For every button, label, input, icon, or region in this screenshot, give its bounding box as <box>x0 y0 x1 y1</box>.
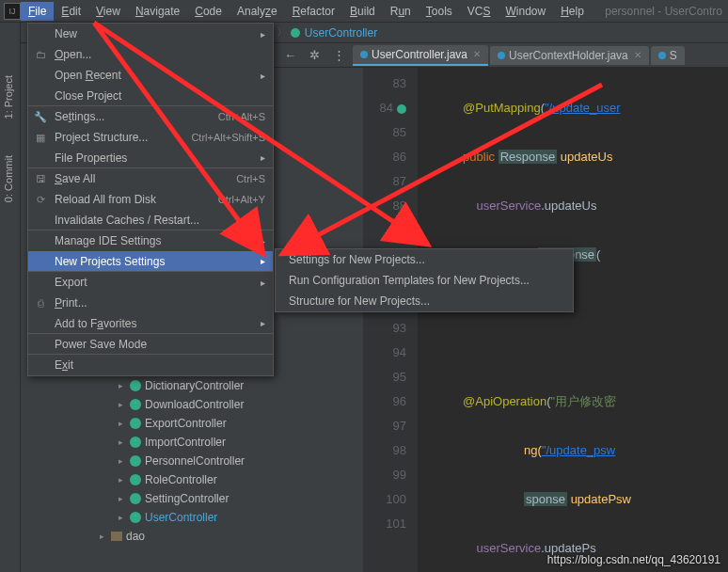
menu-help[interactable]: Help <box>553 2 592 21</box>
menu-close-project[interactable]: Close Project <box>28 86 273 106</box>
project-label: personnel - UserContro <box>605 5 722 18</box>
menu-vcs[interactable]: VCS <box>460 2 499 21</box>
wrench-icon: 🔧 <box>34 110 47 123</box>
run-gutter-icon[interactable] <box>397 104 406 114</box>
menu-file-properties[interactable]: File Properties▸ <box>28 148 273 168</box>
save-icon: 🖫 <box>34 172 47 185</box>
tab-more-icon[interactable]: ⋮ <box>327 48 351 62</box>
menu-power-save[interactable]: Power Save Mode <box>28 334 273 355</box>
tree-importcontroller[interactable]: ▸ImportController <box>34 433 278 452</box>
gutter: 83 84 85 86 87 88 89 90 91 92 93 94 95 9… <box>363 68 418 572</box>
submenu-run-config-templates[interactable]: Run Configuration Templates for New Proj… <box>276 270 573 291</box>
menu-invalidate[interactable]: Invalidate Caches / Restart... <box>28 210 273 230</box>
settings-icon[interactable]: ✲ <box>304 48 325 62</box>
menu-run[interactable]: Run <box>383 2 419 21</box>
class-icon <box>498 52 505 59</box>
class-icon <box>291 28 300 38</box>
tool-project[interactable]: 1: Project <box>3 70 14 124</box>
tree-downloadcontroller[interactable]: ▸DownloadController <box>34 395 278 414</box>
folder-icon: 🗀 <box>34 48 47 61</box>
menu-tools[interactable]: Tools <box>419 2 460 21</box>
menu-export[interactable]: Export▸ <box>28 272 273 293</box>
tree-exportcontroller[interactable]: ▸ExportController <box>34 414 278 433</box>
menu-print[interactable]: ⎙Print... <box>28 293 273 313</box>
class-icon <box>130 493 141 504</box>
menu-open[interactable]: 🗀Open... <box>28 44 273 65</box>
structure-icon: ▦ <box>34 131 47 144</box>
tool-window-stripe: 1: Project 0: Commit <box>0 23 21 572</box>
menu-save-all[interactable]: 🖫Save AllCtrl+S <box>28 168 273 189</box>
menu-settings[interactable]: 🔧Settings...Ctrl+Alt+S <box>28 106 273 127</box>
new-projects-settings-submenu: Settings for New Projects... Run Configu… <box>275 248 574 312</box>
tab-overflow[interactable]: S <box>651 46 685 65</box>
tree-settingcontroller[interactable]: ▸SettingController <box>34 489 278 508</box>
class-icon <box>130 512 141 523</box>
menu-file[interactable]: File <box>21 2 54 21</box>
menu-reload[interactable]: ⟳Reload All from DiskCtrl+Alt+Y <box>28 189 273 210</box>
class-icon <box>130 455 141 467</box>
tree-personnelcontroller[interactable]: ▸PersonnelController <box>34 452 278 470</box>
submenu-structure-new-projects[interactable]: Structure for New Projects... <box>276 291 573 311</box>
tool-commit[interactable]: 0: Commit <box>3 150 14 208</box>
print-icon: ⎙ <box>34 296 47 310</box>
tree-dictionarycontroller[interactable]: ▸DictionaryController <box>34 376 278 395</box>
menu-edit[interactable]: Edit <box>54 2 88 21</box>
editor-tab-strip: ← ✲ ⋮ UserController.java✕ UserContextHo… <box>273 43 728 68</box>
menu-new[interactable]: New▸ <box>28 24 273 44</box>
class-icon <box>658 52 666 59</box>
menu-code[interactable]: Code <box>187 2 229 21</box>
close-icon[interactable]: ✕ <box>634 50 641 60</box>
menu-build[interactable]: Build <box>342 2 383 21</box>
watermark: https://blog.csdn.net/qq_43620191 <box>547 553 720 566</box>
menu-bar: IJ File Edit View Navigate Code Analyze … <box>0 0 728 23</box>
menu-project-structure[interactable]: ▦Project Structure...Ctrl+Alt+Shift+S <box>28 127 273 148</box>
tree-usercontroller[interactable]: ▸UserController <box>34 508 278 527</box>
menu-open-recent[interactable]: Open Recent▸ <box>28 65 273 86</box>
menu-navigate[interactable]: Navigate <box>128 2 187 21</box>
file-menu-dropdown: New▸ 🗀Open... Open Recent▸ Close Project… <box>27 23 274 376</box>
menu-exit[interactable]: Exit <box>28 355 273 375</box>
menu-window[interactable]: Window <box>498 2 553 21</box>
ide-logo-icon: IJ <box>4 3 21 20</box>
class-icon <box>130 418 141 429</box>
class-icon <box>130 399 141 410</box>
class-icon <box>130 474 141 485</box>
class-icon <box>360 51 368 58</box>
reload-icon: ⟳ <box>34 193 47 206</box>
crumb-usercontroller[interactable]: UserController <box>302 26 380 40</box>
tab-prev-icon[interactable]: ← <box>278 48 302 62</box>
class-icon <box>130 437 141 448</box>
tab-usercontroller[interactable]: UserController.java✕ <box>353 45 488 66</box>
tab-usercontextholder[interactable]: UserContextHolder.java✕ <box>490 46 649 65</box>
project-tree[interactable]: ▸BackupController ▸DictionaryController … <box>34 358 278 546</box>
tree-dao-package[interactable]: ▸dao <box>34 527 278 546</box>
package-icon <box>111 532 122 541</box>
menu-analyze[interactable]: Analyze <box>229 2 285 21</box>
close-icon[interactable]: ✕ <box>473 49 481 59</box>
tree-rolecontroller[interactable]: ▸RoleController <box>34 470 278 489</box>
menu-view[interactable]: View <box>88 2 128 21</box>
code-body[interactable]: @PutMapping("/update_user public Respons… <box>418 68 728 572</box>
code-editor[interactable]: 83 84 85 86 87 88 89 90 91 92 93 94 95 9… <box>363 68 728 572</box>
submenu-settings-new-projects[interactable]: Settings for New Projects... <box>276 249 573 270</box>
menu-refactor[interactable]: Refactor <box>285 2 342 21</box>
menu-favorites[interactable]: Add to Favorites▸ <box>28 313 273 334</box>
menu-new-projects-settings[interactable]: New Projects Settings▸ <box>28 251 273 272</box>
menu-manage-ide[interactable]: Manage IDE Settings▸ <box>28 230 273 251</box>
class-icon <box>130 380 141 391</box>
